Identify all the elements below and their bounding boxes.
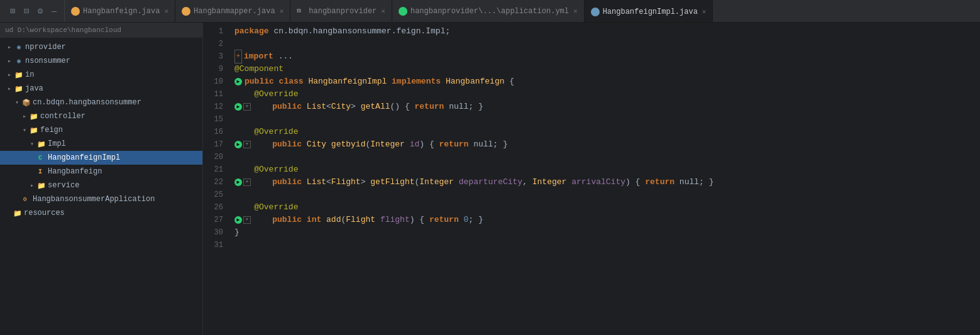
sidebar-content[interactable]: ▸ ◉ nprovider ▸ ◉ nsonsummer ▸ 📁 in ▸ 📁 … [0,38,202,335]
sidebar-label-package: cn.bdqn.hangbansonsummer [33,98,141,107]
kw-public-27: public [272,214,307,226]
arrow-package: ▾ [13,98,21,107]
line-num-10: 10 [203,75,223,88]
collapse-icon-import[interactable]: + [234,50,242,63]
code-line-22: ▶ + public List<Flight> getFlight(Intege… [234,176,980,189]
indent-11 [234,88,254,101]
sidebar-label-nprovider: nprovider [25,43,66,52]
comma-22: , [522,176,532,189]
line-num-16: 16 [203,126,223,138]
breakpoint-icon-27: ▶ [234,216,242,224]
annotation-override-21: @Override [254,163,298,176]
split-right-icon[interactable]: ⊟ [21,6,31,16]
sidebar-item-feign[interactable]: ▾ 📁 feign [0,123,202,137]
line-num-9: 9 [203,63,223,75]
line-num-1: 1 [203,25,223,38]
cls-flight-22: Flight [331,176,361,189]
sidebar-item-application[interactable]: ⚙ HangbansonsummerApplication [0,192,202,206]
sidebar-label-application: HangbansonsummerApplication [33,195,155,204]
sidebar-item-hangbanfeign[interactable]: I Hangbanfeign [0,165,202,178]
tab-application-yml[interactable]: hangbanprovider\...\application.yml ✕ [392,0,585,22]
minimize-icon[interactable]: — [49,6,59,16]
tab-hangbanfeign[interactable]: Hangbanfeign.java ✕ [65,0,175,22]
arrow-nprovider: ▸ [5,43,14,52]
tab-close-hangbanfeign[interactable]: ✕ [164,7,168,15]
tab-bar-controls: ⊞ ⊟ ⚙ — [3,0,65,22]
line-num-27: 27 [203,214,223,226]
expand-btn-22[interactable]: + [243,178,251,186]
sidebar: ud D:\workspace\hangbancloud ▸ ◉ nprovid… [0,23,203,335]
gt-22: > [361,176,371,189]
brace-close-30: } [234,226,239,239]
expand-btn-27[interactable]: + [243,216,251,224]
sidebar-item-service[interactable]: ▸ 📁 service [0,178,202,192]
sidebar-item-nprovider[interactable]: ▸ ◉ nprovider [0,40,202,54]
null-12: null; } [449,101,483,113]
method-getflight: getFlight [370,176,414,189]
semicolon-27: ; } [468,214,483,226]
settings-icon[interactable]: ⚙ [35,6,45,16]
kw-import: import [244,50,278,63]
sidebar-item-java[interactable]: ▸ 📁 java [0,82,202,96]
sidebar-item-hangbanfeignimpl[interactable]: C HangbanfeignImpl [0,151,202,165]
tab-close-application-yml[interactable]: ✕ [573,7,578,15]
main-area: ud D:\workspace\hangbancloud ▸ ◉ nprovid… [0,23,980,335]
paren-open-17: ( [365,138,370,151]
indent-12 [253,101,272,113]
kw-public-12: public [272,101,307,113]
tab-icon-hangbanprovider: m [297,7,306,16]
tab-hangbanmapper[interactable]: Hangbanmapper.java ✕ [175,0,290,22]
code-line-12: ▶ + public List<City> getAll() { return … [234,101,980,113]
sidebar-item-resources[interactable]: 📁 resources [0,206,202,220]
code-content[interactable]: package cn.bdqn.hangbansonsummer.feign.I… [228,23,980,335]
code-area[interactable]: 1 2 3 9 10 11 12 15 16 17 20 21 22 25 26… [203,23,980,335]
expand-btn-17[interactable]: + [243,141,251,148]
package-icon: 📦 [21,97,31,107]
code-line-11: @Override [234,88,980,101]
null-17: null; } [473,138,508,151]
code-line-20 [234,151,980,163]
line-num-15: 15 [203,113,223,126]
kw-return-27: return [429,214,464,226]
paren-close-27: ) { [410,214,429,226]
folder-icon-service: 📁 [36,180,47,190]
code-line-30: } [234,226,980,239]
folder-icon-java: 📁 [14,84,24,94]
sidebar-item-package[interactable]: ▾ 📦 cn.bdqn.hangbansonsummer [0,96,202,109]
param-flight: flight [380,214,410,226]
code-line-16: @Override [234,126,980,138]
sidebar-label-hangbanfeignimpl: HangbanfeignImpl [48,153,120,162]
editor: 1 2 3 9 10 11 12 15 16 17 20 21 22 25 26… [203,23,980,335]
line-numbers: 1 2 3 9 10 11 12 15 16 17 20 21 22 25 26… [203,23,228,335]
sidebar-item-impl-folder[interactable]: ▾ 📁 Impl [0,137,202,151]
split-left-icon[interactable]: ⊞ [8,6,18,16]
code-line-9: @Component [234,63,980,75]
sidebar-item-nsonsummer[interactable]: ▸ ◉ nsonsummer [0,54,202,68]
tab-close-hangbanmapper[interactable]: ✕ [280,7,284,15]
kw-public-17: public [272,138,307,151]
tab-label-hangbanfeign: Hangbanfeign.java [83,7,160,16]
java-icon-hangbanfeignimpl: C [35,153,45,163]
sidebar-item-controller[interactable]: ▸ 📁 controller [0,109,202,123]
cls-flight-27: Flight [346,214,380,226]
line-num-30: 30 [203,226,223,239]
tab-close-hangbanfeignimpl[interactable]: ✕ [702,8,707,16]
sidebar-label-java: java [25,84,43,93]
sidebar-label-impl: Impl [48,140,66,148]
code-line-1: package cn.bdqn.hangbansonsummer.feign.I… [234,25,980,38]
tab-close-hangbanprovider[interactable]: ✕ [381,7,385,15]
expand-btn-12[interactable]: + [243,103,251,111]
sidebar-item-in[interactable]: ▸ 📁 in [0,68,202,82]
tab-hangbanprovider[interactable]: m hangbanprovider ✕ [290,0,392,22]
tab-hangbanfeignimpl[interactable]: HangbanfeignImpl.java ✕ [585,0,713,22]
cls-city-17: City [307,138,331,151]
sidebar-label-nsonsummer: nsonsummer [25,57,70,65]
tabs-container: Hangbanfeign.java ✕ Hangbanmapper.java ✕… [65,0,713,22]
gt-12: > [351,101,361,113]
param-departure: departureCity [459,176,522,189]
code-line-3: + import ... [234,50,980,63]
code-line-2 [234,38,980,50]
code-line-25 [234,189,980,201]
kw-int-27: int [307,214,326,226]
line-num-12: 12 [203,101,223,113]
